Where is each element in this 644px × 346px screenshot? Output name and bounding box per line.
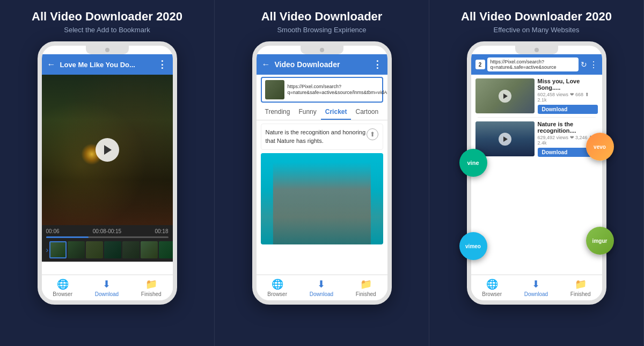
- finished-icon-3: 📁: [575, 278, 587, 290]
- phone-1: ← Love Me Like You Do... ⋮ 00:06 00:08-0…: [38, 41, 177, 305]
- play-button-1[interactable]: [96, 138, 119, 162]
- video-meta-1: 602,458 views ❤ 668 ⬆ 2.1k: [538, 92, 598, 103]
- bottom-nav-2: 🌐 Browser ⬇ Download 📁 Finished: [257, 275, 387, 300]
- video-thumbnail-1: [475, 78, 535, 113]
- app-bar-title-1: Love Me Like You Do...: [60, 61, 157, 69]
- nav-browser-label-1: Browser: [53, 291, 72, 297]
- video-info-1: Miss you, Love Song..... 602,458 views ❤…: [538, 78, 598, 114]
- url-bar-top-3: 2 https://Pixel.com/search?q=nature&.saf…: [471, 54, 602, 75]
- browser-icon-1: 🌐: [57, 278, 69, 290]
- time-mid: 00:08-00:15: [93, 228, 121, 234]
- thumbnail-nav: › ›: [46, 241, 169, 258]
- nav-browser-2[interactable]: 🌐 Browser: [267, 278, 287, 297]
- nav-download-1[interactable]: ⬇ Download: [95, 278, 119, 297]
- video-thumbnail-2: [475, 121, 535, 156]
- phone-notch-2: [301, 46, 343, 54]
- thumbnail-1: [68, 241, 85, 258]
- card-text-2: Nature is the recognition and honoring t…: [266, 128, 367, 145]
- phone-notch-3: [515, 46, 558, 54]
- phone-notch-1: [86, 46, 129, 54]
- video-title-1: Miss you, Love Song.....: [538, 78, 598, 91]
- thumbnail-2: [86, 241, 103, 258]
- tab-trending[interactable]: Trending: [261, 105, 295, 120]
- video-area-1: [42, 75, 173, 225]
- menu-dots-icon-2[interactable]: ⋮: [372, 59, 382, 70]
- play-circle-1[interactable]: [499, 90, 511, 103]
- thumbnail-6: [159, 241, 176, 258]
- bottom-nav-1: 🌐 Browser ⬇ Download 📁 Finished: [42, 275, 173, 300]
- share-icon-2[interactable]: ⬆: [367, 128, 378, 140]
- phone-2: ← Video Downloader ⋮ https://Pixel.com/s…: [252, 41, 392, 305]
- bottom-nav-3: 🌐 Browser ⬇ Download 📁 Finished: [471, 275, 602, 300]
- finished-icon-1: 📁: [145, 278, 157, 290]
- prev-thumb-arrow[interactable]: ›: [46, 246, 49, 254]
- thumbnail-4: [122, 241, 140, 258]
- url-thumbnail: [265, 80, 284, 99]
- panel-1-title: All Video Downloader 2020: [32, 10, 182, 24]
- panel-3-subtitle: Effective on Many Websites: [494, 26, 580, 34]
- url-input-3[interactable]: https://Pixel.com/search?q=nature&.safe=…: [487, 57, 579, 71]
- download-icon-3: ⬇: [532, 278, 540, 290]
- back-arrow-icon[interactable]: ←: [47, 60, 56, 69]
- nav-finished-2[interactable]: 📁 Finished: [356, 278, 376, 297]
- time-start: 00:06: [46, 228, 60, 234]
- tab-cricket[interactable]: Cricket: [321, 105, 352, 120]
- thumbnail-5: [141, 241, 158, 258]
- nav-download-label-3: Download: [524, 291, 548, 297]
- timeline-1: 00:06 00:08-00:15 00:18 › ›: [42, 225, 173, 262]
- panel-2-subtitle: Smooth Browsing Expirience: [277, 26, 366, 34]
- imgur-label: imgur: [592, 238, 608, 244]
- finished-icon-2: 📁: [360, 278, 372, 290]
- nav-download-label-1: Download: [95, 291, 119, 297]
- menu-dots-icon-1[interactable]: ⋮: [157, 59, 167, 70]
- play-circle-2[interactable]: [499, 133, 511, 146]
- vevo-label: vevo: [594, 144, 606, 150]
- download-icon-2: ⬇: [317, 278, 325, 290]
- video-row-2: Nature is the recognition.... 629,492 vi…: [475, 121, 598, 157]
- camera-1: [105, 48, 109, 52]
- nav-finished-3[interactable]: 📁 Finished: [570, 278, 591, 297]
- vimeo-logo: vimeo: [459, 232, 487, 260]
- separator-3: [478, 117, 596, 118]
- video-title-2: Nature is the recognition....: [538, 121, 598, 134]
- nav-finished-label-3: Finished: [570, 291, 591, 297]
- url-text-2: https://Pixel.com/search?q=nature&safe=a…: [288, 84, 392, 96]
- tab-number-3: 2: [475, 60, 485, 69]
- panel-3: All Video Downloader 2020 Effective on M…: [429, 0, 644, 346]
- panel-1-subtitle: Select the Add to Bookmark: [64, 26, 150, 34]
- app-bar-1: ← Love Me Like You Do... ⋮: [42, 54, 173, 75]
- tabs-bar-2: Trending Funny Cricket Cartoon: [257, 105, 387, 120]
- nav-finished-1[interactable]: 📁 Finished: [141, 278, 162, 297]
- tab-funny[interactable]: Funny: [294, 105, 320, 120]
- nav-browser-1[interactable]: 🌐 Browser: [53, 278, 72, 297]
- refresh-icon-3[interactable]: ↻: [581, 60, 587, 69]
- nav-browser-label-3: Browser: [482, 291, 502, 297]
- timeline-times: 00:06 00:08-00:15 00:18: [46, 228, 169, 234]
- app-bar-2: ← Video Downloader ⋮: [257, 54, 387, 75]
- nav-download-2[interactable]: ⬇ Download: [310, 278, 333, 297]
- nav-finished-label-1: Finished: [141, 291, 162, 297]
- thumbnail-0: [49, 241, 67, 258]
- vimeo-label: vimeo: [465, 243, 481, 249]
- phone-3: 2 https://Pixel.com/search?q=nature&.saf…: [467, 41, 606, 305]
- panel-2-title: All Video Downloader: [261, 10, 383, 24]
- back-arrow-icon-2[interactable]: ←: [262, 60, 270, 69]
- camera-2: [320, 48, 324, 52]
- vevo-logo: vevo: [586, 133, 614, 161]
- panel-3-title: All Video Downloader 2020: [461, 10, 612, 24]
- time-end: 00:18: [155, 228, 168, 234]
- main-image-2: [261, 153, 383, 244]
- nav-download-label-2: Download: [310, 291, 333, 297]
- nav-browser-3[interactable]: 🌐 Browser: [482, 278, 502, 297]
- content-card-2: Nature is the recognition and honoring t…: [261, 124, 383, 150]
- download-btn-video-1[interactable]: Download: [538, 105, 598, 114]
- url-bar-2: https://Pixel.com/search?q=nature&safe=a…: [261, 77, 383, 103]
- tab-cartoon[interactable]: Cartoon: [351, 105, 383, 120]
- imgur-logo: imgur: [586, 227, 614, 255]
- nav-finished-label-2: Finished: [356, 291, 376, 297]
- video-grid-3: Miss you, Love Song..... 602,458 views ❤…: [471, 75, 602, 157]
- download-icon-1: ⬇: [103, 278, 111, 290]
- timeline-bar[interactable]: [46, 236, 169, 238]
- nav-download-3[interactable]: ⬇ Download: [524, 278, 548, 297]
- menu-dots-icon-3[interactable]: ⋮: [589, 60, 598, 70]
